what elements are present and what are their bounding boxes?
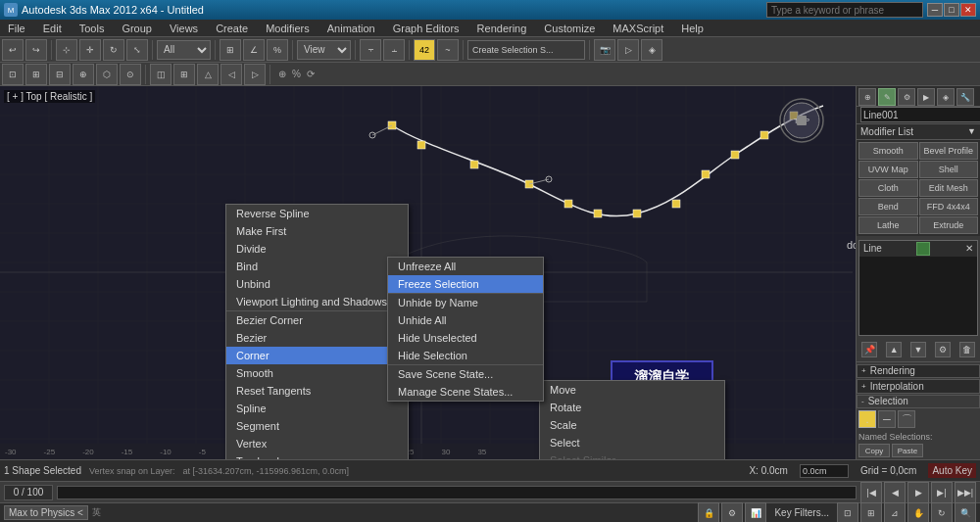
render-setup-button[interactable]: 📷 xyxy=(594,39,615,61)
mod-bevel-profile[interactable]: Bevel Profile xyxy=(919,142,979,160)
frame-counter[interactable]: 0 / 100 xyxy=(4,485,53,500)
timeline-bar[interactable] xyxy=(57,486,857,499)
ctx-reset-tangents[interactable]: Reset Tangents xyxy=(226,382,408,400)
stack-nav-pin[interactable]: 📌 xyxy=(861,342,877,357)
menu-rendering[interactable]: Rendering xyxy=(473,23,531,34)
max-to-physics-button[interactable]: Max to Physics < xyxy=(4,505,88,520)
tb2-btn2[interactable]: ⊞ xyxy=(25,64,47,85)
vertex-mode-button[interactable]: . xyxy=(858,410,876,428)
sub-manage-scene-states[interactable]: Manage Scene States... xyxy=(388,383,543,401)
menu-edit[interactable]: Edit xyxy=(39,23,66,34)
tb2-btn10[interactable]: ◁ xyxy=(220,64,242,85)
angle-snap-button[interactable]: ∠ xyxy=(243,39,265,61)
tb2-btn1[interactable]: ⊡ xyxy=(2,64,24,85)
menu-group[interactable]: Group xyxy=(118,23,156,34)
key-filters-label[interactable]: Key Filters... xyxy=(770,507,833,518)
segment-mode-button[interactable]: ─ xyxy=(878,410,896,428)
ctx-reverse-spline[interactable]: Reverse Spline xyxy=(226,205,408,222)
ctx-select[interactable]: Select xyxy=(540,434,724,451)
panel-tab-display[interactable]: ◈ xyxy=(937,88,955,106)
menu-create[interactable]: Create xyxy=(212,23,252,34)
zoom-mode-button[interactable]: 🔍 xyxy=(955,502,976,523)
bottom-btn2[interactable]: ⚙ xyxy=(721,502,743,523)
field-of-view-button[interactable]: ⊿ xyxy=(884,502,906,523)
mirror-button[interactable]: ⫟ xyxy=(360,39,381,61)
ctx-spline[interactable]: Spline xyxy=(226,400,408,417)
sub-unfreeze-all[interactable]: Unfreeze All xyxy=(388,258,543,275)
paste-named-sel-button[interactable]: Paste xyxy=(892,444,923,457)
mod-edit-mesh[interactable]: Edit Mesh xyxy=(919,179,979,197)
object-name-input[interactable] xyxy=(860,107,980,122)
menu-views[interactable]: Views xyxy=(166,23,202,34)
render-button[interactable]: ▷ xyxy=(617,39,639,61)
sub-save-scene-state[interactable]: Save Scene State... xyxy=(388,365,543,383)
tb2-btn4[interactable]: ⊕ xyxy=(73,64,94,85)
panel-tab-hierarchy[interactable]: ⚙ xyxy=(898,88,915,106)
select-button[interactable]: ⊹ xyxy=(56,39,77,61)
selection-filter-dropdown[interactable]: All xyxy=(157,40,211,60)
align-button[interactable]: ⫠ xyxy=(383,39,405,61)
panel-tab-utils[interactable]: 🔧 xyxy=(956,88,974,106)
navigation-gizmo[interactable]: TOP xyxy=(777,96,826,145)
ctx-make-first[interactable]: Make First xyxy=(226,222,408,240)
rendering-rollout[interactable]: + Rendering xyxy=(857,364,980,378)
layer-mgr-button[interactable]: 42 xyxy=(414,39,435,61)
tb2-btn8[interactable]: ⊞ xyxy=(173,64,195,85)
spline-mode-button[interactable]: ⌒ xyxy=(898,410,915,428)
interpolation-rollout[interactable]: + Interpolation xyxy=(857,379,980,393)
menu-tools[interactable]: Tools xyxy=(75,23,109,34)
tb2-btn7[interactable]: ◫ xyxy=(150,64,172,85)
menu-maxscript[interactable]: MAXScript xyxy=(609,23,667,34)
redo-button[interactable]: ↪ xyxy=(25,39,47,61)
minimize-button[interactable]: ─ xyxy=(927,3,943,17)
tb2-btn9[interactable]: △ xyxy=(197,64,219,85)
menu-animation[interactable]: Animation xyxy=(323,23,379,34)
close-button[interactable]: ✕ xyxy=(960,3,976,17)
sub-unhide-all[interactable]: Unhide All xyxy=(388,311,543,329)
pan-button[interactable]: ✋ xyxy=(907,502,929,523)
ctx-divide[interactable]: Divide xyxy=(226,240,408,258)
menu-modifiers[interactable]: Modifiers xyxy=(262,23,314,34)
tb2-btn6[interactable]: ⊙ xyxy=(120,64,141,85)
mod-cloth[interactable]: Cloth xyxy=(858,179,918,197)
copy-named-sel-button[interactable]: Copy xyxy=(858,444,890,457)
stack-nav-delete[interactable]: 🗑 xyxy=(959,342,975,357)
prev-key-button[interactable]: |◀ xyxy=(860,482,882,503)
mod-extrude[interactable]: Extrude xyxy=(919,216,979,234)
sub-hide-unselected[interactable]: Hide Unselected xyxy=(388,329,543,347)
menu-customize[interactable]: Customize xyxy=(540,23,599,34)
ctx-segment[interactable]: Segment xyxy=(226,417,408,435)
tb2-btn5[interactable]: ⬡ xyxy=(96,64,118,85)
ctx-unbind[interactable]: Unbind xyxy=(226,275,408,293)
panel-tab-motion[interactable]: ▶ xyxy=(917,88,935,106)
view-dropdown[interactable]: View xyxy=(297,40,351,60)
material-editor-button[interactable]: ◈ xyxy=(641,39,662,61)
stack-nav-down[interactable]: ▼ xyxy=(910,342,926,357)
maximize-button[interactable]: □ xyxy=(944,3,959,17)
modifier-stack-close[interactable]: ✕ xyxy=(965,243,973,254)
ctx-top-level[interactable]: Top-level xyxy=(226,452,408,459)
bottom-btn1[interactable]: 🔒 xyxy=(698,502,719,523)
stack-nav-config[interactable]: ⚙ xyxy=(935,342,951,357)
percent-snap-button[interactable]: % xyxy=(267,39,288,61)
modifier-list-dropdown[interactable]: ▼ xyxy=(967,126,976,136)
next-frame-button[interactable]: ▶| xyxy=(931,482,953,503)
undo-button[interactable]: ↩ xyxy=(2,39,24,61)
ctx-corner[interactable]: Corner xyxy=(226,347,408,364)
panel-tab-modify[interactable]: ✎ xyxy=(878,88,896,106)
mod-lathe[interactable]: Lathe xyxy=(858,216,918,234)
mod-smooth[interactable]: Smooth xyxy=(858,142,918,160)
menu-file[interactable]: File xyxy=(4,23,29,34)
play-button[interactable]: ▶ xyxy=(907,482,929,503)
ctx-smooth[interactable]: Smooth xyxy=(226,364,408,382)
arc-rotate-button[interactable]: ↻ xyxy=(931,502,953,523)
menu-graph-editors[interactable]: Graph Editors xyxy=(389,23,464,34)
ctx-bezier[interactable]: Bezier xyxy=(226,329,408,347)
mod-shell[interactable]: Shell xyxy=(919,161,979,178)
search-input[interactable] xyxy=(766,2,923,18)
modifier-visibility-toggle[interactable] xyxy=(916,242,930,256)
ctx-rotate[interactable]: Rotate xyxy=(540,399,724,416)
scale-button[interactable]: ⤡ xyxy=(126,39,148,61)
stack-nav-up[interactable]: ▲ xyxy=(886,342,902,357)
next-key-button[interactable]: ▶▶| xyxy=(955,482,976,503)
